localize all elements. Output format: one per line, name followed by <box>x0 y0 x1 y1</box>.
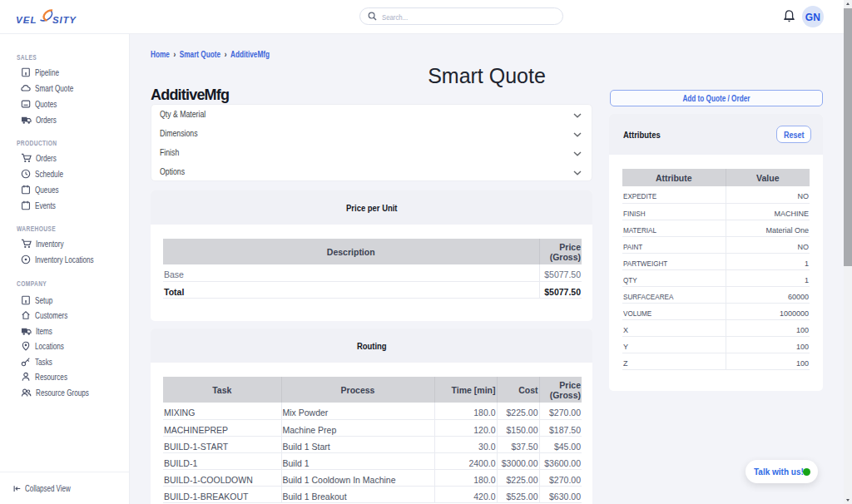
svg-text:SITY: SITY <box>52 15 77 25</box>
svg-text:VEL: VEL <box>16 15 37 25</box>
